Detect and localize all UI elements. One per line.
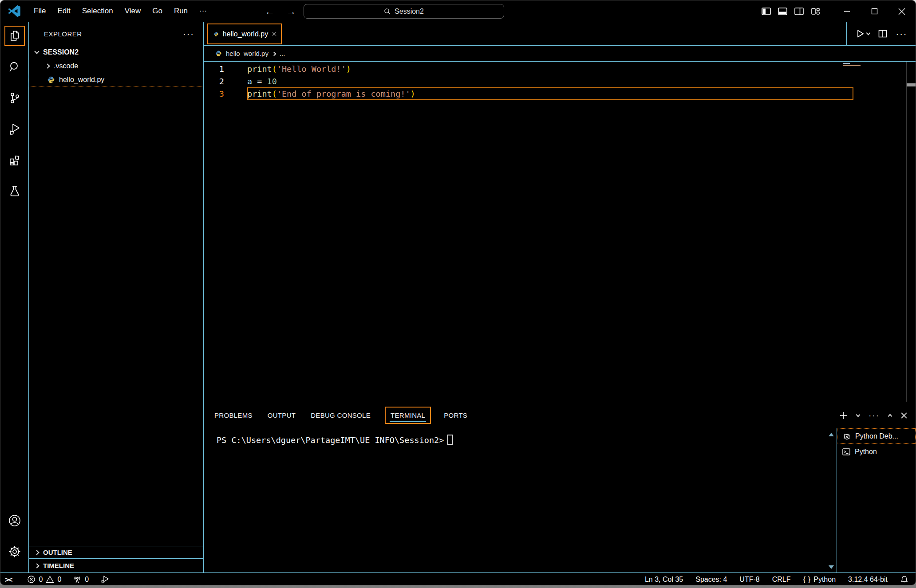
testing-icon[interactable] — [4, 181, 25, 201]
breadcrumb-file[interactable]: hello_world.py — [226, 50, 268, 57]
extensions-icon[interactable] — [4, 150, 25, 170]
menu-file[interactable]: File — [28, 4, 51, 18]
scroll-down-arrow-icon[interactable] — [829, 565, 834, 569]
command-center-search[interactable]: Session2 — [304, 4, 504, 19]
close-panel-icon[interactable] — [900, 412, 908, 419]
eol-status[interactable]: CRLF — [772, 576, 791, 584]
timeline-label: TIMELINE — [43, 562, 74, 569]
panel-more-actions-icon[interactable]: ··· — [869, 411, 880, 420]
breadcrumb-tail[interactable]: ... — [280, 50, 285, 57]
encoding-status[interactable]: UTF-8 — [739, 576, 759, 584]
chevron-right-icon — [34, 550, 39, 555]
terminal-list-item-python[interactable]: Python — [837, 444, 916, 459]
run-and-debug-icon[interactable] — [4, 119, 25, 139]
editor-more-actions-icon[interactable]: ··· — [896, 29, 908, 39]
toggle-secondary-sidebar-icon[interactable] — [794, 6, 804, 16]
back-arrow-icon[interactable]: ← — [265, 6, 275, 17]
menu-run[interactable]: Run — [168, 4, 193, 18]
explorer-more-actions-icon[interactable]: ··· — [183, 29, 194, 39]
minimize-button[interactable] — [833, 0, 861, 22]
terminal-output[interactable]: PS C:\Users\dguer\PartageIMT\UE INFO\Ses… — [204, 428, 837, 572]
outline-section[interactable]: OUTLINE — [29, 546, 203, 558]
settings-gear-icon[interactable] — [4, 541, 25, 562]
code-line-2: 2 a = 10 — [204, 75, 916, 88]
debug-start-icon — [100, 575, 110, 584]
tree-root-session2[interactable]: SESSION2 — [29, 45, 203, 59]
scroll-up-arrow-icon[interactable] — [829, 433, 834, 436]
menu-overflow-icon[interactable]: ··· — [193, 4, 213, 18]
token: 'End of program is coming!' — [277, 89, 411, 98]
tab-terminal[interactable]: TERMINAL — [385, 407, 431, 424]
line-number: 1 — [204, 63, 235, 75]
launch-profile-chevron-icon[interactable] — [856, 413, 861, 417]
debug-status[interactable] — [100, 575, 110, 584]
account-icon[interactable] — [4, 510, 25, 531]
titlebar-right — [761, 0, 916, 22]
token: 'Hello World!' — [277, 64, 346, 74]
cursor-position-status[interactable]: Ln 3, Col 35 — [645, 576, 683, 584]
token: print — [247, 89, 272, 98]
search-view-icon[interactable] — [4, 57, 25, 77]
menu-edit[interactable]: Edit — [51, 4, 76, 18]
tree-item-vscode[interactable]: .vscode — [29, 59, 203, 73]
split-editor-icon[interactable] — [878, 29, 888, 39]
notifications-bell-icon[interactable] — [900, 575, 908, 584]
indentation-status[interactable]: Spaces: 4 — [695, 576, 727, 584]
code-line-3: 3 print('End of program is coming!') — [204, 88, 916, 100]
source-control-icon[interactable] — [4, 88, 25, 108]
explorer-icon[interactable] — [4, 26, 25, 46]
tab-hello-world[interactable]: hello_world.py — [207, 24, 282, 44]
tab-problems[interactable]: PROBLEMS — [213, 408, 253, 423]
menu-bar: File Edit Selection View Go Run ··· — [28, 4, 213, 18]
chevron-right-icon — [272, 52, 276, 56]
maximize-button[interactable] — [861, 0, 888, 22]
outline-label: OUTLINE — [43, 549, 72, 556]
terminal-list-item-python-debug[interactable]: Python Deb... — [837, 428, 916, 444]
token: ( — [272, 89, 277, 98]
maximize-panel-icon[interactable] — [888, 414, 892, 419]
tab-output[interactable]: OUTPUT — [267, 408, 296, 423]
tab-debug-console[interactable]: DEBUG CONSOLE — [310, 408, 371, 423]
close-tab-icon[interactable] — [272, 31, 276, 37]
language-label: Python — [813, 576, 836, 584]
history-nav: ← → — [265, 0, 296, 22]
token: 10 — [267, 77, 277, 86]
language-mode-status[interactable]: { } Python — [803, 575, 836, 584]
tab-ports[interactable]: PORTS — [443, 408, 468, 423]
toggle-panel-icon[interactable] — [778, 6, 788, 16]
error-icon — [27, 575, 36, 584]
forward-arrow-icon[interactable]: → — [286, 6, 296, 17]
menu-selection[interactable]: Selection — [76, 4, 119, 18]
run-python-file-button[interactable] — [855, 29, 870, 39]
code-editor[interactable]: 1 print('Hello World!') 2 a = 10 3 print… — [204, 62, 916, 402]
python-file-icon — [215, 50, 222, 57]
search-value: Session2 — [395, 8, 424, 16]
problems-status[interactable]: 0 0 — [27, 575, 61, 584]
tree-item-hello-world[interactable]: hello_world.py — [29, 73, 203, 86]
editor-scrollbar[interactable] — [906, 62, 916, 402]
error-count: 0 — [39, 576, 43, 584]
menu-view[interactable]: View — [119, 4, 147, 18]
vscode-logo-icon — [7, 4, 22, 19]
new-terminal-icon[interactable] — [840, 412, 848, 419]
token: ) — [411, 89, 415, 98]
token: a — [247, 77, 252, 86]
minimap[interactable] — [843, 62, 865, 67]
scrollbar-thumb[interactable] — [907, 83, 916, 86]
code-line-1: 1 print('Hello World!') — [204, 63, 916, 75]
python-interpreter-status[interactable]: 3.12.4 64-bit — [848, 576, 888, 584]
close-window-button[interactable] — [888, 0, 916, 22]
token: ( — [272, 64, 277, 74]
ports-status[interactable]: 0 — [73, 575, 89, 584]
terminal-icon — [842, 447, 851, 456]
customize-layout-icon[interactable] — [810, 6, 821, 16]
root-folder-label: SESSION2 — [43, 48, 79, 56]
toggle-primary-sidebar-icon[interactable] — [761, 6, 771, 16]
terminal-cursor — [447, 435, 453, 445]
radio-tower-icon — [73, 575, 82, 584]
menu-go[interactable]: Go — [146, 4, 168, 18]
remote-indicator-icon[interactable]: >< — [5, 575, 11, 584]
timeline-section[interactable]: TIMELINE — [29, 558, 203, 572]
bottom-panel: PROBLEMS OUTPUT DEBUG CONSOLE TERMINAL P… — [204, 402, 916, 572]
panel-actions: ··· — [840, 411, 916, 420]
